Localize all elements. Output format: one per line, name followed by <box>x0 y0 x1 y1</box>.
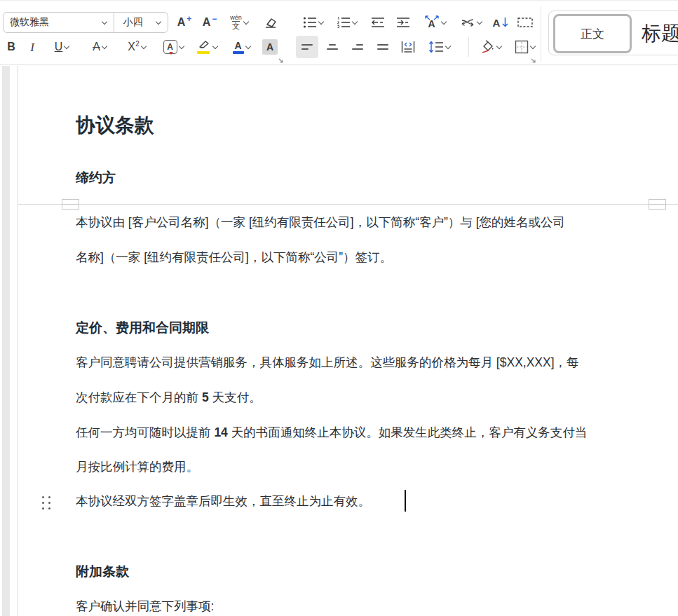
numbered-list-icon <box>337 16 351 29</box>
font-color-button[interactable]: A <box>226 36 257 58</box>
font-size-value: 小四 <box>123 16 143 29</box>
distribute-icon <box>401 41 415 53</box>
chevron-down-icon <box>351 18 357 24</box>
character-shading-button[interactable]: A <box>259 36 280 58</box>
block-drag-handle-icon[interactable] <box>42 496 53 514</box>
decrease-font-size-button[interactable]: A − <box>198 11 221 34</box>
style-normal-selected[interactable]: 正文 <box>553 14 632 53</box>
paragraph-line[interactable]: 月按比例计算的费用。 <box>76 459 198 474</box>
font-size-select[interactable]: 小四 <box>114 13 168 32</box>
style-normal-label: 正文 <box>581 26 604 42</box>
section-divider-line <box>18 204 678 205</box>
line-spacing-button[interactable] <box>422 36 456 58</box>
character-shading-icon: A <box>262 39 278 55</box>
doc-heading-additional[interactable]: 附加条款 <box>76 563 129 580</box>
chevron-down-icon <box>245 43 250 48</box>
paragraph-line[interactable]: 客户同意聘请公司提供营销服务，具体服务如上所述。这些服务的价格为每月 [$XX,… <box>76 355 579 370</box>
clear-formatting-button[interactable] <box>258 11 282 34</box>
align-left-button[interactable] <box>296 36 318 58</box>
toolbar-gallery-divider <box>541 6 541 61</box>
font-family-select[interactable]: 微软雅黑 <box>4 13 114 32</box>
chevron-down-icon <box>102 43 107 48</box>
align-center-icon <box>327 44 338 50</box>
superscript-button[interactable]: X2 <box>122 36 151 58</box>
decrease-indent-icon <box>371 17 385 28</box>
superscript-icon: X2 <box>128 41 140 53</box>
chevron-down-icon <box>440 18 446 24</box>
formatting-toolbar: 微软雅黑 小四 A + A − wén 文 <box>0 0 678 65</box>
grow-font-icon: A <box>177 17 186 28</box>
chevron-down-icon <box>243 18 249 24</box>
document-canvas[interactable]: 协议条款 缔约方 本协议由 [客户公司名称]（一家 [纽约有限责任公司]，以下简… <box>0 66 678 616</box>
font-color-icon: A <box>233 41 244 54</box>
align-left-icon <box>301 44 313 50</box>
sort-icon: A <box>493 17 501 29</box>
shading-button[interactable] <box>474 36 506 58</box>
tab-stops-button[interactable] <box>515 11 536 34</box>
underline-icon: U <box>55 41 63 53</box>
app-window: 微软雅黑 小四 A + A − wén 文 <box>0 0 678 616</box>
margin-handle-right[interactable] <box>649 199 666 210</box>
page-left-border <box>18 66 18 616</box>
plus-sign: + <box>187 14 191 24</box>
pinyin-guide-icon: wén 文 <box>230 15 242 30</box>
bold-button[interactable]: B <box>1 36 21 58</box>
highlighter-icon <box>197 41 211 54</box>
chevron-down-icon <box>496 43 501 48</box>
paragraph-line[interactable]: 名称]（一家 [纽约有限责任公司]，以下简称“公司”）签订。 <box>76 249 392 265</box>
doc-heading-pricing[interactable]: 定价、费用和合同期限 <box>76 320 209 336</box>
numbered-list-button[interactable] <box>331 11 362 34</box>
text-effect-button[interactable]: A <box>157 36 189 58</box>
phonetic-guide-button[interactable]: wén 文 <box>223 11 255 34</box>
italic-icon: I <box>30 41 34 53</box>
canvas-gutter <box>2 66 10 616</box>
style-gallery: 正文 标题 <box>548 11 678 55</box>
increase-indent-icon <box>396 17 410 28</box>
borders-icon <box>515 40 529 54</box>
chevron-down-icon <box>445 43 450 48</box>
align-right-icon <box>352 44 363 50</box>
align-center-button[interactable] <box>321 36 344 58</box>
style-title-option[interactable]: 标题 <box>642 11 678 56</box>
justify-button[interactable] <box>372 36 394 58</box>
strikethrough-button[interactable]: A <box>84 36 115 58</box>
group-expand-icon[interactable] <box>530 57 536 64</box>
paragraph-line[interactable]: 客户确认并同意下列事项: <box>76 598 214 614</box>
chevron-down-icon <box>212 43 217 48</box>
align-right-button[interactable] <box>346 36 369 58</box>
minus-sign: − <box>212 14 217 24</box>
paint-bucket-icon <box>480 40 495 54</box>
text-direction-button[interactable] <box>454 11 487 34</box>
margin-handle-left[interactable] <box>62 199 79 210</box>
strikethrough-icon: A <box>93 41 100 53</box>
chevron-down-icon <box>141 43 147 48</box>
character-spacing-button[interactable]: A <box>418 11 452 34</box>
italic-button[interactable]: I <box>24 36 41 58</box>
bullet-list-button[interactable] <box>297 11 328 34</box>
font-family-value: 微软雅黑 <box>10 16 49 29</box>
paragraph-line[interactable]: 本协议经双方签字盖章后即生效，直至终止为止有效。 <box>76 493 370 509</box>
doc-title[interactable]: 协议条款 <box>76 114 154 137</box>
wrap-arrows-icon <box>460 17 475 28</box>
line-spacing-icon <box>428 41 444 53</box>
decrease-indent-button[interactable] <box>367 11 388 34</box>
increase-indent-button[interactable] <box>393 11 414 34</box>
increase-font-size-button[interactable]: A + <box>172 11 196 34</box>
chevron-down-icon <box>318 18 323 24</box>
paragraph-line[interactable]: 本协议由 [客户公司名称]（一家 [纽约有限责任公司]，以下简称“客户”）与 [… <box>76 214 565 230</box>
borders-button[interactable] <box>509 36 540 58</box>
paragraph-line[interactable]: 任何一方均可随时以提前 14 天的书面通知终止本协议。如果发生此类终止，客户有义… <box>76 425 587 440</box>
underline-button[interactable]: U <box>46 36 77 58</box>
doc-heading-parties[interactable]: 缔约方 <box>76 170 116 186</box>
sort-button[interactable]: A <box>489 11 512 34</box>
justify-icon <box>377 44 388 50</box>
character-border-icon: A <box>163 40 177 54</box>
highlight-color-button[interactable] <box>191 36 223 58</box>
bullet-list-icon <box>303 16 317 29</box>
chevron-down-icon <box>156 18 161 24</box>
group-expand-icon[interactable] <box>278 57 284 64</box>
distribute-button[interactable] <box>397 36 419 58</box>
chevron-down-icon <box>64 43 69 48</box>
paragraph-line[interactable]: 次付款应在下个月的前 5 天支付。 <box>76 390 261 405</box>
chevron-down-icon <box>178 43 184 48</box>
